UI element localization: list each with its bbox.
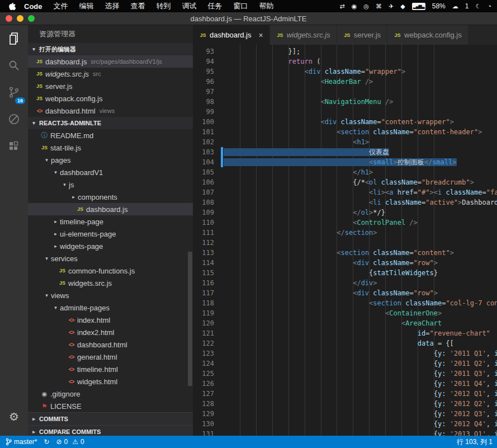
project-header[interactable]: ▾ REACTJS-ADMINLTE [28,117,193,129]
tree-folder-dashboardV1[interactable]: ▾dashboardV1 [28,166,193,178]
tree-file-widgets.html[interactable]: <>widgets.html [28,375,193,388]
tree-file-common-functions.js[interactable]: JScommon-functions.js [28,265,193,277]
unread-count[interactable]: 1 [465,0,469,12]
menu-item[interactable]: 任务 [202,1,228,11]
cursor-position[interactable]: 行 103, 列 1 [457,437,493,447]
code-line[interactable]: 113 <section className="content"> [193,248,497,258]
panel-header-commits[interactable]: ▸COMMITS [28,412,193,425]
tree-file-timeline.html[interactable]: <>timeline.html [28,363,193,375]
zoom-window-button[interactable] [28,15,35,22]
extensions-icon[interactable] [0,133,28,159]
tree-file-dashboard.js[interactable]: JSdashboard.js [28,203,193,215]
code-line[interactable]: 98 <NavigationMenu /> [193,97,497,107]
code-line[interactable]: 105 </h1> [193,167,497,177]
weather-icon[interactable]: ☁ [452,0,458,12]
code-line[interactable]: 119 <ContainerOne> [193,308,497,318]
code-line[interactable]: 118 <section className="col-lg-7 connect… [193,298,497,308]
settings-gear-icon[interactable]: ⚙ [0,403,28,430]
tree-file-.gitignore[interactable]: ◉.gitignore [28,388,193,400]
code-line[interactable]: 102 <h1> [193,137,497,147]
code-line[interactable]: 93 }]; [193,46,497,56]
tree-file-LICENSE[interactable]: ⚑LICENSE [28,400,193,412]
menu-item[interactable]: 编辑 [74,1,100,11]
explorer-icon[interactable] [0,25,28,52]
code-line[interactable]: 112 [193,238,497,248]
tree-folder-ui-elements-page[interactable]: ▸ui-elements-page [28,228,193,240]
menu-item[interactable]: 查看 [125,1,151,11]
tab-widgets.src.js[interactable]: JSwidgets.src.js [270,25,337,45]
code-line[interactable]: 96 <HeaderBar /> [193,77,497,87]
tree-file-general.html[interactable]: <>general.html [28,351,193,363]
menu-item[interactable]: 调试 [177,1,202,11]
code-area[interactable]: 93 }];94 return (95 <div className="wrap… [193,45,497,436]
tree-folder-widgets-page[interactable]: ▸widgets-page [28,240,193,252]
code-line[interactable]: 94 return ( [193,56,497,67]
close-icon[interactable]: × [258,31,263,39]
tree-file-dashboard.html[interactable]: <>dashboard.html [28,338,193,351]
open-editor-item[interactable]: JSwebpack.config.js [28,92,193,105]
menu-item[interactable]: 帮助 [254,1,280,11]
code-line[interactable]: 110 <ControlPanel /> [193,218,497,228]
minimize-window-button[interactable] [17,15,23,22]
open-editors-header[interactable]: ▾ 打开的编辑器 [28,43,193,55]
menu-item[interactable]: 窗口 [228,1,254,11]
tree-folder-js[interactable]: ▾js [28,178,193,191]
code-line[interactable]: 128 {y: '2012 Q2', item1: 5670, item2: 4… [193,399,497,409]
code-line[interactable]: 114 <div className="row"> [193,258,497,268]
open-editor-item[interactable]: JSserver.js [28,80,193,92]
open-editor-item[interactable]: <>dashboard.htmlviews [28,105,193,117]
vpn-status-icon[interactable]: ◎ [363,0,369,12]
code-line[interactable]: 124 {y: '2011 Q2', item1: 2778, item2: 2… [193,359,497,369]
tree-file-widgets.src.js[interactable]: JSwidgets.src.js [28,277,193,289]
tree-folder-pages[interactable]: ▾pages [28,154,193,166]
open-editor-item[interactable]: JSdashboard.jssrc/pages/dashboardV1/js [28,55,193,68]
clock-icon[interactable]: ◔ [487,0,491,12]
tree-file-index2.html[interactable]: <>index2.html [28,326,193,338]
code-line[interactable]: 97 [193,87,497,97]
spotlight-icon[interactable]: ◉ [352,0,357,12]
code-line[interactable]: 106 {/*<ol className="breadcrumb"> [193,177,497,187]
tree-folder-timeline-page[interactable]: ▸timeline-page [28,215,193,228]
code-line[interactable]: 108 <li className="active">Dashboard</li… [193,197,497,208]
code-line[interactable]: 104 <small>控制面板</small> [193,157,497,167]
code-line[interactable]: 107 <li><a href="#"><i className="fa fa-… [193,187,497,197]
close-window-button[interactable] [6,15,12,22]
menu-item[interactable]: 文件 [48,1,74,11]
code-line[interactable]: 122 data = {[ [193,338,497,348]
code-line[interactable]: 100 <div className="content-wrapper"> [193,117,497,127]
code-line[interactable]: 127 {y: '2012 Q1', item1: 6810, item2: 1… [193,389,497,399]
code-line[interactable]: 129 {y: '2012 Q3', item1: 4820, item2: 3… [193,409,497,419]
tree-folder-views[interactable]: ▾views [28,289,193,301]
code-line[interactable]: 116 </div> [193,278,497,288]
menu-app-name[interactable]: Code [18,2,48,11]
code-line[interactable]: 117 <div className="row"> [193,288,497,298]
tree-folder-adminlte-pages[interactable]: ▾adminlte-pages [28,301,193,314]
tree-folder-components[interactable]: ▸components [28,191,193,203]
panel-header-compare-commits[interactable]: ▸COMPARE COMMITS [28,425,193,436]
telegram-icon[interactable]: ✈ [389,0,394,12]
code-line[interactable]: 123 {y: '2011 Q1', item1: 2666, item2: 2… [193,348,497,359]
window-title-bar[interactable]: dashboard.js — ReactJS-AdminLTE [0,12,497,25]
code-line[interactable]: 111 </section> [193,228,497,238]
open-editor-item[interactable]: JSwidgets.src.jssrc [28,68,193,80]
code-line[interactable]: 131 {y: '2013 Q1', item1: 10687, item2: … [193,429,497,436]
search-icon[interactable] [0,52,28,79]
menu-item[interactable]: 选择 [100,1,125,11]
source-control-icon[interactable]: 16 [0,79,28,106]
code-line[interactable]: 115 {statTileWidgets} [193,268,497,278]
git-branch-indicator[interactable]: master* [6,438,37,446]
problems-indicator[interactable]: ⊘ 0 ⚠ 0 [56,438,84,446]
notification-icon[interactable]: ◆ [400,0,405,12]
cpu-histogram-icon[interactable]: ▂▄▆▃ [412,3,425,10]
debug-icon[interactable] [0,106,28,133]
tree-file-stat-tile.js[interactable]: JSstat-tile.js [28,142,193,154]
code-line[interactable]: 95 <div className="wrapper"> [193,67,497,77]
menu-item[interactable]: 转到 [151,1,177,11]
keyboard-input-icon[interactable]: ⌘ [376,0,382,12]
code-line[interactable]: 120 <AreaChart [193,318,497,328]
tab-server.js[interactable]: JSserver.js [337,25,387,45]
sync-button[interactable]: ↻ [44,438,49,446]
do-not-disturb-icon[interactable]: ☾ [475,0,481,12]
code-line[interactable]: 103 仪表盘 [193,147,497,157]
code-line[interactable]: 126 {y: '2011 Q4', item1: 3767, item2: 3… [193,379,497,389]
